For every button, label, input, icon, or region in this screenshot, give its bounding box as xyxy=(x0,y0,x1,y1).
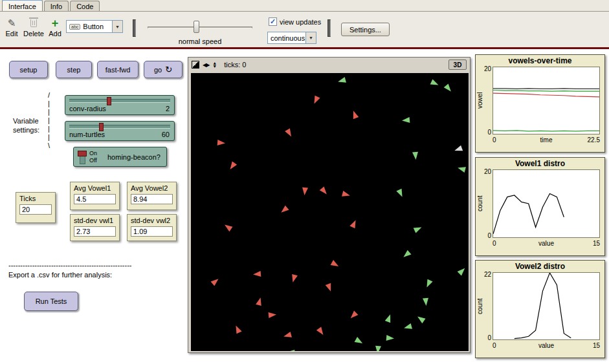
slider-thumb[interactable] xyxy=(107,97,111,105)
plot-title: vowels-over-time xyxy=(476,55,604,65)
world-canvas[interactable] xyxy=(191,73,469,351)
setup-button[interactable]: setup xyxy=(9,61,48,78)
switch-on-label: On xyxy=(89,150,97,156)
x-axis-label: value xyxy=(493,240,600,247)
world-view-header: ◀▶ ▲ ▼ ticks: 0 3D xyxy=(188,58,470,72)
avg-vowel2-monitor: Avg Vowel2 8.94 xyxy=(127,182,177,210)
tab-info[interactable]: Info xyxy=(44,1,69,11)
go-label: go xyxy=(154,66,162,74)
tab-code[interactable]: Code xyxy=(70,1,100,11)
y-min-tick: 0 xyxy=(487,129,491,136)
run-tests-button[interactable]: Run Tests xyxy=(24,292,78,311)
run-tests-label: Run Tests xyxy=(36,297,67,305)
toolbar-divider xyxy=(0,47,609,49)
edit-button[interactable]: ✎ Edit xyxy=(3,17,21,37)
monitor-label: std-dev vwl2 xyxy=(131,217,173,224)
plot-area xyxy=(493,169,600,238)
step-button[interactable]: step xyxy=(56,61,92,78)
add-button[interactable]: + Add xyxy=(47,17,63,37)
view-updates-checkbox[interactable]: ✓ view updates xyxy=(269,17,321,26)
speed-slider-track[interactable] xyxy=(148,27,252,28)
checkbox-check-icon: ✓ xyxy=(269,17,277,26)
speed-label: normal speed xyxy=(148,37,252,45)
ticks-monitor: Ticks 20 xyxy=(16,192,56,223)
pencil-icon: ✎ xyxy=(8,17,16,29)
vertical-wrap-icon: ▲ ▼ xyxy=(212,61,217,68)
y-min-tick: 0 xyxy=(487,334,491,341)
plot-vowel2-distro: Vowel2 distro 22 count 0 0 value 15 xyxy=(475,260,605,358)
update-mode-value: continuous xyxy=(271,34,305,42)
plot-title: Vowel1 distro xyxy=(476,158,604,168)
delete-label: Delete xyxy=(22,30,45,37)
settings-button[interactable]: Settings... xyxy=(341,23,390,36)
widget-type-dropdown[interactable]: abc Button ▼ xyxy=(66,20,123,33)
chevron-down-icon: ▼ xyxy=(112,21,122,32)
toolbar: ✎ Edit Delete + Add abc Button ▼ normal … xyxy=(0,12,609,47)
edit-label: Edit xyxy=(3,30,21,37)
monitor-label: Ticks xyxy=(19,195,52,202)
switch-off-label: Off xyxy=(89,157,97,164)
x-axis-label: value xyxy=(493,342,600,349)
monitor-value: 8.94 xyxy=(131,194,173,204)
monitor-value: 2.73 xyxy=(74,226,116,237)
slider-groove xyxy=(69,99,170,103)
slider-value: 60 xyxy=(162,131,170,138)
plot-y-axis: 20 vowel 0 xyxy=(476,67,493,134)
widget-type-value: Button xyxy=(83,23,104,30)
monitor-label: std-dev vwl1 xyxy=(74,217,116,224)
homing-beacon-switch[interactable]: On Off homing-beacon? xyxy=(73,147,167,167)
view-corner-icon xyxy=(192,61,199,69)
x-max-tick: 15 xyxy=(593,240,600,247)
export-csv-note: Export a .csv for further analysis: xyxy=(8,271,112,279)
monitor-value: 1.09 xyxy=(131,226,173,237)
monitor-label: Avg Vowel1 xyxy=(74,184,116,192)
trash-icon xyxy=(30,19,37,27)
speed-slider-thumb[interactable] xyxy=(194,21,199,33)
y-axis-label: count xyxy=(476,196,483,211)
update-mode-dropdown[interactable]: continuous ▼ xyxy=(267,32,316,44)
num-turtles-slider[interactable]: num-turtles 60 xyxy=(65,121,175,141)
x-axis-label: time xyxy=(493,136,600,144)
y-max-tick: 20 xyxy=(484,65,491,72)
plot-y-axis: 22 count 0 xyxy=(476,272,493,340)
tab-interface[interactable]: Interface xyxy=(2,0,43,11)
std-dev-vwl2-monitor: std-dev vwl2 1.09 xyxy=(127,214,177,241)
setup-label: setup xyxy=(20,66,38,74)
delete-button[interactable]: Delete xyxy=(22,17,45,37)
switch-label: homing-beacon? xyxy=(107,153,161,161)
y-max-tick: 22 xyxy=(484,271,491,278)
tab-code-label: Code xyxy=(76,3,93,10)
toolbar-separator xyxy=(133,19,136,37)
monitor-label: Avg Vowel2 xyxy=(131,184,173,192)
ticks-counter: ticks: 0 xyxy=(224,61,246,69)
switch-knob[interactable] xyxy=(78,151,87,156)
fast-fwd-label: fast-fwd xyxy=(105,66,131,74)
view-updates-label: view updates xyxy=(280,18,321,26)
slider-value: 2 xyxy=(166,105,170,112)
y-max-tick: 20 xyxy=(484,168,491,175)
x-max-tick: 15 xyxy=(593,342,600,349)
plot-area xyxy=(493,272,600,340)
world-view[interactable]: ◀▶ ▲ ▼ ticks: 0 3D xyxy=(188,57,471,353)
view-3d-button[interactable]: 3D xyxy=(448,59,467,70)
down-triangle-icon: ▼ xyxy=(212,65,217,68)
conv-radius-slider[interactable]: conv-radius 2 xyxy=(65,95,175,115)
plot-title: Vowel2 distro xyxy=(476,261,604,271)
chevron-down-icon: ▼ xyxy=(305,32,316,43)
add-label: Add xyxy=(47,30,63,37)
plot-vowels-over-time: vowels-over-time 20 vowel 0 0 time 22.5 xyxy=(475,54,605,153)
abc-button-icon: abc xyxy=(69,24,80,30)
avg-vowel1-monitor: Avg Vowel1 4.5 xyxy=(70,182,120,210)
forever-icon: ↻ xyxy=(165,67,172,73)
slider-label: conv-radius xyxy=(69,105,106,112)
y-axis-label: vowel xyxy=(476,93,483,109)
tab-interface-label: Interface xyxy=(8,3,36,10)
world-svg xyxy=(191,73,469,351)
step-label: step xyxy=(67,66,81,74)
toolbar-separator xyxy=(327,19,331,37)
fast-fwd-button[interactable]: fast-fwd xyxy=(97,61,138,78)
settings-label: Settings... xyxy=(349,26,381,34)
brace-art-note: / | | | | | \ xyxy=(48,91,50,150)
dashed-separator-note: ----------------------------------------… xyxy=(8,261,131,269)
go-button[interactable]: go ↻ xyxy=(144,61,183,78)
